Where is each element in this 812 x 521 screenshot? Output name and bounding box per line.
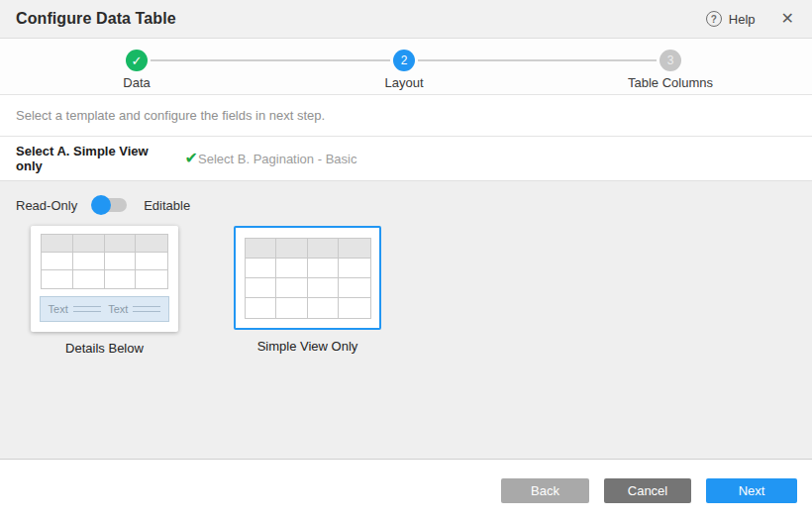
editable-label: Editable xyxy=(144,198,190,213)
step-complete-check-icon: ✓ xyxy=(126,50,148,71)
instruction-row: Select a template and configure the fiel… xyxy=(0,95,812,137)
step-table-columns[interactable]: 3 Table Columns xyxy=(601,39,740,90)
template-select-row: Select A. Simple View only ✔ Select B. P… xyxy=(0,137,812,181)
template-option-details-below: Text Text Details Below xyxy=(31,226,178,356)
dialog-header: Configure Data Table ? Help ✕ xyxy=(0,0,812,39)
simple-view-card[interactable] xyxy=(234,226,381,330)
instruction-text: Select a template and configure the fiel… xyxy=(16,108,325,123)
select-option-a-label: Select A. Simple View only xyxy=(16,144,173,173)
step-label: Data xyxy=(67,75,206,90)
back-button[interactable]: Back xyxy=(501,478,589,503)
cancel-button[interactable]: Cancel xyxy=(604,478,691,503)
layout-content-area: Read-Only Editable Text xyxy=(0,181,812,460)
step-label: Layout xyxy=(335,75,473,90)
help-icon: ? xyxy=(706,11,722,27)
edit-mode-toggle[interactable] xyxy=(91,195,129,215)
details-below-card[interactable]: Text Text xyxy=(31,226,178,332)
detail-field-preview: Text xyxy=(108,303,160,315)
wizard-stepper: ✓ Data 2 Layout 3 Table Columns xyxy=(0,39,812,95)
detail-lines-glyph xyxy=(73,306,101,312)
simple-view-label: Simple View Only xyxy=(257,339,358,354)
step-layout[interactable]: 2 Layout xyxy=(335,39,473,90)
toggle-knob xyxy=(91,195,111,215)
detail-text-label: Text xyxy=(49,303,68,315)
header-actions: ? Help ✕ xyxy=(706,11,794,27)
detail-lines-glyph xyxy=(133,306,160,312)
step-label: Table Columns xyxy=(601,75,740,90)
step-data[interactable]: ✓ Data xyxy=(67,39,206,90)
selected-check-icon: ✔ xyxy=(185,151,198,166)
edit-mode-toggle-row: Read-Only Editable xyxy=(0,181,812,215)
dialog-title: Configure Data Table xyxy=(16,10,176,28)
next-button[interactable]: Next xyxy=(706,478,797,503)
mini-table-preview xyxy=(41,234,168,289)
template-option-simple-view: Simple View Only xyxy=(234,226,381,356)
step-number: 2 xyxy=(393,50,415,71)
details-preview-strip: Text Text xyxy=(40,296,169,322)
close-icon[interactable]: ✕ xyxy=(781,11,794,27)
select-option-a[interactable]: Select A. Simple View only ✔ xyxy=(16,144,198,173)
mini-table-preview xyxy=(245,238,371,319)
template-cards-row: Text Text Details Below xyxy=(31,226,812,356)
dialog-footer: Back Cancel Next xyxy=(0,460,812,521)
detail-text-label: Text xyxy=(108,303,128,315)
detail-field-preview: Text xyxy=(49,303,101,315)
details-below-label: Details Below xyxy=(65,341,144,356)
help-button[interactable]: ? Help xyxy=(706,11,756,27)
read-only-label: Read-Only xyxy=(16,198,77,213)
select-option-b[interactable]: Select B. Pagination - Basic xyxy=(198,152,356,166)
help-label: Help xyxy=(729,12,756,27)
step-number: 3 xyxy=(660,50,681,71)
